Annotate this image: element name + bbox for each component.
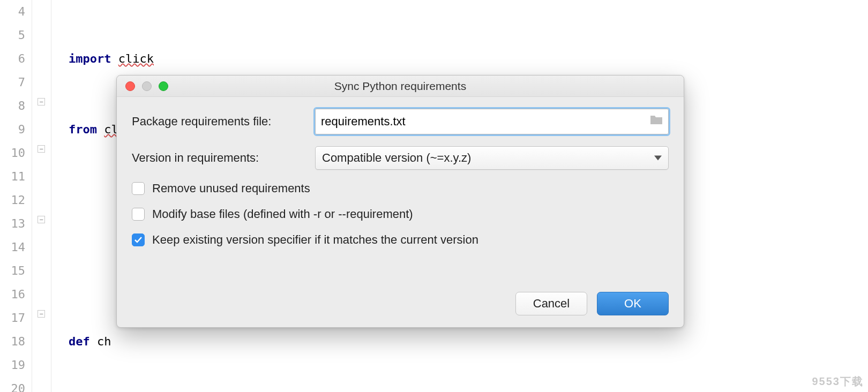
package-file-label: Package requirements file: [132, 115, 315, 129]
keep-existing-checkbox[interactable] [132, 233, 145, 246]
folder-browse-icon[interactable] [649, 115, 663, 129]
line-number: 12 [0, 189, 25, 212]
line-number: 10 [0, 141, 25, 165]
version-select[interactable]: Compatible version (~=x.y.z) [315, 146, 669, 170]
sync-requirements-dialog: Sync Python requirements Package require… [116, 75, 684, 328]
package-file-input[interactable] [315, 109, 669, 134]
fold-column: − − − − [32, 0, 51, 392]
line-number: 19 [0, 353, 25, 377]
dialog-title: Sync Python requirements [117, 80, 684, 93]
chevron-down-icon [654, 156, 662, 161]
line-number: 5 [0, 24, 25, 47]
line-number: 4 [0, 0, 25, 24]
dialog-buttons: Cancel OK [515, 292, 669, 315]
remove-unused-checkbox[interactable] [132, 182, 145, 195]
line-number: 14 [0, 236, 25, 259]
version-row: Version in requirements: Compatible vers… [132, 146, 669, 170]
fold-marker-icon[interactable]: − [38, 216, 45, 223]
line-number: 17 [0, 306, 25, 330]
modify-base-checkbox[interactable] [132, 208, 145, 221]
line-number: 8 [0, 94, 25, 118]
fold-marker-icon[interactable]: − [38, 310, 45, 318]
line-number: 6 [0, 47, 25, 71]
keep-existing-row[interactable]: Keep existing version specifier if it ma… [132, 233, 669, 247]
package-file-input-wrap [315, 109, 669, 134]
fold-marker-icon[interactable]: − [38, 145, 45, 153]
line-number: 7 [0, 71, 25, 94]
version-select-value: Compatible version (~=x.y.z) [322, 151, 471, 165]
line-number: 13 [0, 212, 25, 236]
code-line: import click [69, 47, 868, 71]
dialog-form: Package requirements file: Version in re… [117, 97, 684, 247]
watermark: 9553下载 [812, 374, 864, 389]
version-label: Version in requirements: [132, 151, 315, 165]
cancel-button[interactable]: Cancel [515, 292, 587, 315]
remove-unused-label: Remove unused requirements [152, 182, 310, 195]
line-number: 9 [0, 118, 25, 141]
fold-marker-icon[interactable]: − [38, 98, 45, 105]
ok-button[interactable]: OK [597, 292, 669, 315]
line-number: 15 [0, 259, 25, 283]
remove-unused-row[interactable]: Remove unused requirements [132, 182, 669, 195]
line-number: 18 [0, 330, 25, 353]
package-file-row: Package requirements file: [132, 109, 669, 134]
modify-base-row[interactable]: Modify base files (defined with -r or --… [132, 207, 669, 221]
line-number: 16 [0, 283, 25, 306]
line-number: 20 [0, 377, 25, 392]
dialog-titlebar: Sync Python requirements [117, 76, 684, 97]
modify-base-label: Modify base files (defined with -r or --… [152, 207, 413, 221]
keep-existing-label: Keep existing version specifier if it ma… [152, 233, 478, 247]
line-number: 11 [0, 165, 25, 189]
code-line: def ch [69, 330, 868, 353]
line-number-gutter: 4 5 6 7 8 9 10 11 12 13 14 15 16 17 18 1… [0, 0, 32, 392]
